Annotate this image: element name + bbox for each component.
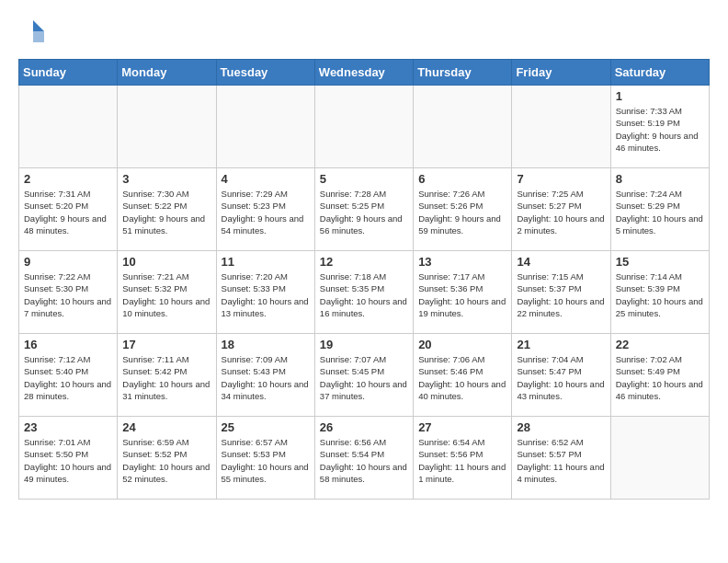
day-number: 18 <box>222 338 310 351</box>
calendar-cell: 14Sunrise: 7:15 AM Sunset: 5:37 PM Dayli… <box>512 251 610 334</box>
day-number: 3 <box>122 172 210 186</box>
day-info: Sunrise: 7:11 AM Sunset: 5:42 PM Dayligh… <box>122 353 210 402</box>
calendar-week-5: 23Sunrise: 7:01 AM Sunset: 5:50 PM Dayli… <box>19 417 710 500</box>
calendar-cell: 13Sunrise: 7:17 AM Sunset: 5:36 PM Dayli… <box>414 251 512 334</box>
calendar-cell: 8Sunrise: 7:24 AM Sunset: 5:29 PM Daylig… <box>610 168 709 251</box>
day-info: Sunrise: 7:06 AM Sunset: 5:46 PM Dayligh… <box>418 353 506 402</box>
logo-wordmark <box>18 18 46 50</box>
day-info: Sunrise: 7:28 AM Sunset: 5:25 PM Dayligh… <box>320 188 408 236</box>
day-info: Sunrise: 7:12 AM Sunset: 5:40 PM Dayligh… <box>24 353 112 402</box>
day-number: 28 <box>517 420 605 434</box>
calendar-week-4: 16Sunrise: 7:12 AM Sunset: 5:40 PM Dayli… <box>19 334 710 417</box>
calendar-cell: 5Sunrise: 7:28 AM Sunset: 5:25 PM Daylig… <box>314 168 413 251</box>
calendar-week-3: 9Sunrise: 7:22 AM Sunset: 5:30 PM Daylig… <box>19 251 710 334</box>
day-number: 6 <box>418 172 506 186</box>
day-number: 2 <box>24 172 112 186</box>
day-number: 24 <box>122 420 210 434</box>
day-info: Sunrise: 7:02 AM Sunset: 5:49 PM Dayligh… <box>616 353 704 402</box>
logo-icon <box>20 18 46 44</box>
svg-marker-1 <box>33 31 44 42</box>
day-info: Sunrise: 6:57 AM Sunset: 5:53 PM Dayligh… <box>222 436 310 485</box>
day-number: 7 <box>517 172 605 186</box>
day-info: Sunrise: 6:59 AM Sunset: 5:52 PM Dayligh… <box>122 436 210 485</box>
day-info: Sunrise: 7:26 AM Sunset: 5:26 PM Dayligh… <box>418 188 506 236</box>
calendar-cell: 6Sunrise: 7:26 AM Sunset: 5:26 PM Daylig… <box>414 168 512 251</box>
calendar-cell: 9Sunrise: 7:22 AM Sunset: 5:30 PM Daylig… <box>19 251 118 334</box>
day-info: Sunrise: 7:15 AM Sunset: 5:37 PM Dayligh… <box>517 270 605 319</box>
day-info: Sunrise: 7:20 AM Sunset: 5:33 PM Dayligh… <box>222 270 310 319</box>
calendar-cell: 4Sunrise: 7:29 AM Sunset: 5:23 PM Daylig… <box>216 168 314 251</box>
day-info: Sunrise: 7:21 AM Sunset: 5:32 PM Dayligh… <box>122 270 210 319</box>
day-info: Sunrise: 7:30 AM Sunset: 5:22 PM Dayligh… <box>122 188 210 236</box>
day-info: Sunrise: 7:04 AM Sunset: 5:47 PM Dayligh… <box>517 353 605 402</box>
day-info: Sunrise: 7:07 AM Sunset: 5:45 PM Dayligh… <box>320 353 408 402</box>
calendar-cell: 15Sunrise: 7:14 AM Sunset: 5:39 PM Dayli… <box>610 251 709 334</box>
column-header-thursday: Thursday <box>414 60 512 86</box>
logo <box>18 18 46 50</box>
day-info: Sunrise: 7:29 AM Sunset: 5:23 PM Dayligh… <box>222 188 310 236</box>
day-number: 4 <box>222 172 310 186</box>
day-number: 19 <box>320 338 408 351</box>
day-number: 25 <box>222 420 310 434</box>
calendar-cell: 26Sunrise: 6:56 AM Sunset: 5:54 PM Dayli… <box>314 417 413 500</box>
calendar-cell: 1Sunrise: 7:33 AM Sunset: 5:19 PM Daylig… <box>610 86 709 168</box>
day-number: 14 <box>517 255 605 269</box>
day-number: 26 <box>320 420 408 434</box>
svg-marker-0 <box>33 20 44 31</box>
day-info: Sunrise: 7:17 AM Sunset: 5:36 PM Dayligh… <box>418 270 506 319</box>
calendar-table: SundayMondayTuesdayWednesdayThursdayFrid… <box>18 59 710 500</box>
calendar-cell: 28Sunrise: 6:52 AM Sunset: 5:57 PM Dayli… <box>512 417 610 500</box>
day-number: 20 <box>418 338 506 351</box>
day-info: Sunrise: 7:24 AM Sunset: 5:29 PM Dayligh… <box>616 188 704 236</box>
column-header-tuesday: Tuesday <box>216 60 314 86</box>
calendar-cell: 22Sunrise: 7:02 AM Sunset: 5:49 PM Dayli… <box>610 334 709 417</box>
day-number: 12 <box>320 255 408 269</box>
calendar-cell <box>610 417 709 500</box>
day-number: 27 <box>418 420 506 434</box>
day-info: Sunrise: 6:56 AM Sunset: 5:54 PM Dayligh… <box>320 436 408 485</box>
calendar-cell: 27Sunrise: 6:54 AM Sunset: 5:56 PM Dayli… <box>414 417 512 500</box>
day-number: 13 <box>418 255 506 269</box>
calendar-week-2: 2Sunrise: 7:31 AM Sunset: 5:20 PM Daylig… <box>19 168 710 251</box>
column-header-wednesday: Wednesday <box>314 60 413 86</box>
day-number: 15 <box>616 255 704 269</box>
calendar-cell: 3Sunrise: 7:30 AM Sunset: 5:22 PM Daylig… <box>118 168 216 251</box>
day-info: Sunrise: 7:14 AM Sunset: 5:39 PM Dayligh… <box>616 270 704 319</box>
calendar-cell: 20Sunrise: 7:06 AM Sunset: 5:46 PM Dayli… <box>414 334 512 417</box>
calendar-cell: 23Sunrise: 7:01 AM Sunset: 5:50 PM Dayli… <box>19 417 118 500</box>
day-number: 21 <box>517 338 605 351</box>
day-number: 9 <box>24 255 112 269</box>
day-info: Sunrise: 7:09 AM Sunset: 5:43 PM Dayligh… <box>222 353 310 402</box>
column-header-sunday: Sunday <box>19 60 118 86</box>
day-number: 10 <box>122 255 210 269</box>
page-header <box>18 18 710 50</box>
day-info: Sunrise: 7:18 AM Sunset: 5:35 PM Dayligh… <box>320 270 408 319</box>
calendar-cell: 24Sunrise: 6:59 AM Sunset: 5:52 PM Dayli… <box>118 417 216 500</box>
day-info: Sunrise: 7:22 AM Sunset: 5:30 PM Dayligh… <box>24 270 112 319</box>
day-info: Sunrise: 7:33 AM Sunset: 5:19 PM Dayligh… <box>616 105 704 154</box>
day-number: 11 <box>222 255 310 269</box>
calendar-cell: 19Sunrise: 7:07 AM Sunset: 5:45 PM Dayli… <box>314 334 413 417</box>
day-number: 23 <box>24 420 112 434</box>
calendar-cell <box>19 86 118 168</box>
calendar-header-row: SundayMondayTuesdayWednesdayThursdayFrid… <box>19 60 710 86</box>
calendar-cell: 25Sunrise: 6:57 AM Sunset: 5:53 PM Dayli… <box>216 417 314 500</box>
day-number: 5 <box>320 172 408 186</box>
day-info: Sunrise: 7:31 AM Sunset: 5:20 PM Dayligh… <box>24 188 112 236</box>
day-info: Sunrise: 7:01 AM Sunset: 5:50 PM Dayligh… <box>24 436 112 485</box>
calendar-cell <box>512 86 610 168</box>
day-info: Sunrise: 6:52 AM Sunset: 5:57 PM Dayligh… <box>517 436 605 485</box>
calendar-cell: 21Sunrise: 7:04 AM Sunset: 5:47 PM Dayli… <box>512 334 610 417</box>
calendar-cell: 10Sunrise: 7:21 AM Sunset: 5:32 PM Dayli… <box>118 251 216 334</box>
calendar-cell: 18Sunrise: 7:09 AM Sunset: 5:43 PM Dayli… <box>216 334 314 417</box>
calendar-week-1: 1Sunrise: 7:33 AM Sunset: 5:19 PM Daylig… <box>19 86 710 168</box>
calendar-cell <box>314 86 413 168</box>
calendar-cell <box>118 86 216 168</box>
day-number: 8 <box>616 172 704 186</box>
day-number: 1 <box>616 89 704 103</box>
column-header-friday: Friday <box>512 60 610 86</box>
calendar-cell: 11Sunrise: 7:20 AM Sunset: 5:33 PM Dayli… <box>216 251 314 334</box>
calendar-cell: 16Sunrise: 7:12 AM Sunset: 5:40 PM Dayli… <box>19 334 118 417</box>
day-number: 22 <box>616 338 704 351</box>
column-header-saturday: Saturday <box>610 60 709 86</box>
